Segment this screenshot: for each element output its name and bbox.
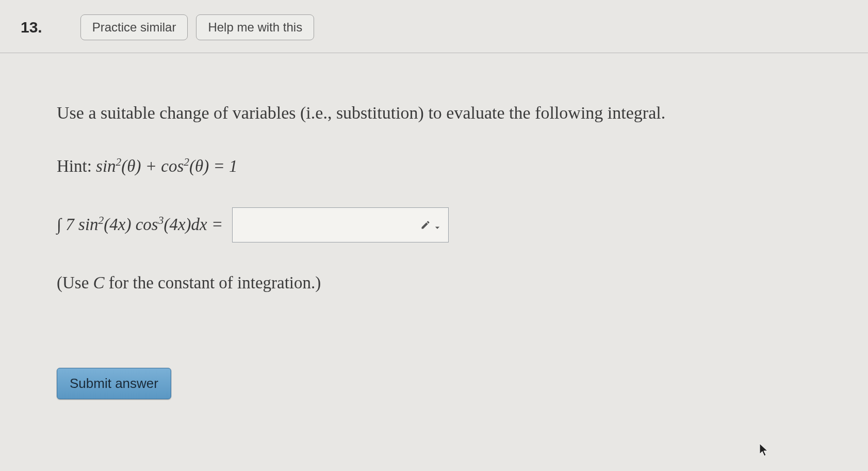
hint-line: Hint: sin2(θ) + cos2(θ) = 1 xyxy=(57,154,811,180)
question-body: Use a suitable change of variables (i.e.… xyxy=(0,53,868,399)
integral-row: ∫ 7 sin2(4x) cos3(4x)dx = xyxy=(57,207,811,242)
cursor-icon xyxy=(758,443,769,457)
dropdown-caret-icon xyxy=(435,212,440,238)
hint-prefix: Hint: xyxy=(57,157,96,175)
submit-answer-button[interactable]: Submit answer xyxy=(57,368,171,399)
help-me-button[interactable]: Help me with this xyxy=(196,14,314,40)
question-header: 13. Practice similar Help me with this xyxy=(0,0,868,53)
answer-input[interactable] xyxy=(232,207,449,242)
prompt-text: Use a suitable change of variables (i.e.… xyxy=(57,100,811,126)
practice-similar-button[interactable]: Practice similar xyxy=(80,14,188,40)
question-number: 13. xyxy=(21,19,42,36)
pencil-icon xyxy=(418,218,433,232)
integral-expression: ∫ 7 sin2(4x) cos3(4x)dx = xyxy=(57,212,223,238)
hint-math: sin2(θ) + cos2(θ) = 1 xyxy=(96,157,237,175)
constant-note: (Use C for the constant of integration.) xyxy=(57,270,811,296)
